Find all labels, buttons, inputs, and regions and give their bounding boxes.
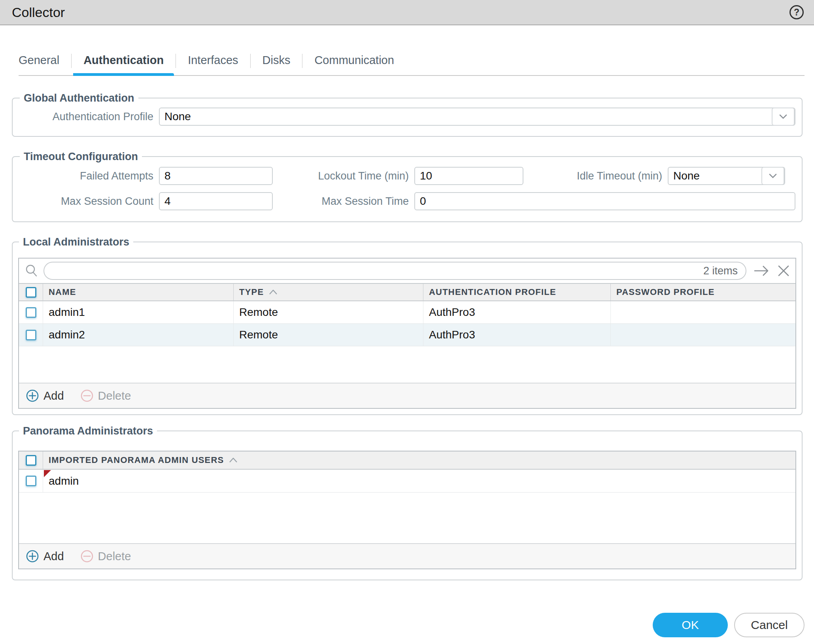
delete-button[interactable]: Delete xyxy=(80,389,131,403)
max-session-count-label: Max Session Count xyxy=(19,195,159,208)
max-session-count-input[interactable] xyxy=(159,192,273,210)
dialog-title: Collector xyxy=(12,5,65,20)
row-checkbox-cell xyxy=(19,301,43,323)
cell-password-profile xyxy=(610,324,795,346)
header-checkbox-cell xyxy=(19,451,43,469)
cell-authentication-profile: AuthPro3 xyxy=(423,324,610,346)
select-all-checkbox[interactable] xyxy=(26,287,36,298)
cell-imported-admin-user-label: admin xyxy=(49,475,79,487)
cell-imported-admin-user: admin xyxy=(43,470,795,492)
local-administrators-section: Local Administrators 2 items NAME TYPE xyxy=(12,236,803,415)
timeout-configuration-legend: Timeout Configuration xyxy=(20,150,142,163)
panorama-administrators-legend: Panorama Administrators xyxy=(19,425,157,437)
add-button[interactable]: Add xyxy=(25,389,64,403)
tab-interfaces[interactable]: Interfaces xyxy=(176,53,250,75)
help-icon[interactable]: ? xyxy=(789,5,804,19)
authentication-profile-select[interactable]: None xyxy=(159,108,795,126)
table-row[interactable]: admin1 Remote AuthPro3 xyxy=(19,301,795,324)
header-checkbox-cell xyxy=(19,284,43,300)
table-header-row: IMPORTED PANORAMA ADMIN USERS xyxy=(19,451,795,470)
apply-filter-arrow-icon[interactable] xyxy=(753,264,770,278)
table-row[interactable]: admin2 Remote AuthPro3 xyxy=(19,324,795,346)
table-empty-area xyxy=(19,493,795,543)
idle-timeout-value: None xyxy=(673,170,700,182)
max-session-time-label: Max Session Time xyxy=(273,195,414,208)
global-authentication-section: Global Authentication Authentication Pro… xyxy=(12,92,803,137)
column-header-type[interactable]: TYPE xyxy=(233,284,423,300)
delete-button[interactable]: Delete xyxy=(80,549,131,563)
column-header-imported-panorama-admin-users-label: IMPORTED PANORAMA ADMIN USERS xyxy=(49,455,224,465)
idle-timeout-label: Idle Timeout (min) xyxy=(523,170,668,182)
column-header-name[interactable]: NAME xyxy=(43,284,233,300)
local-administrators-legend: Local Administrators xyxy=(19,236,133,248)
row-checkbox[interactable] xyxy=(26,307,36,318)
tab-interfaces-label: Interfaces xyxy=(188,54,238,66)
row-checkbox[interactable] xyxy=(26,476,36,486)
authentication-profile-value: None xyxy=(164,110,191,123)
cell-password-profile xyxy=(610,301,795,323)
tab-bar: General Authentication Interfaces Disks … xyxy=(19,53,805,76)
tab-disks-label: Disks xyxy=(263,54,291,66)
modified-indicator xyxy=(44,470,51,477)
lockout-time-input[interactable] xyxy=(414,167,523,185)
table-search-row: 2 items xyxy=(19,259,795,283)
delete-button-label: Delete xyxy=(98,550,131,563)
add-button[interactable]: Add xyxy=(25,549,64,563)
sort-asc-icon xyxy=(268,289,278,296)
clear-filter-x-icon[interactable] xyxy=(776,264,791,278)
cell-authentication-profile: AuthPro3 xyxy=(423,301,610,323)
chevron-down-icon xyxy=(761,167,784,185)
delete-icon xyxy=(80,389,94,403)
tab-communication[interactable]: Communication xyxy=(302,53,406,75)
authentication-profile-label: Authentication Profile xyxy=(19,111,159,123)
tab-general-label: General xyxy=(19,54,59,66)
add-button-label: Add xyxy=(43,550,64,563)
chevron-down-icon xyxy=(772,108,795,126)
lockout-time-label: Lockout Time (min) xyxy=(273,170,414,182)
table-empty-area xyxy=(19,346,795,383)
column-header-password-profile-label: PASSWORD PROFILE xyxy=(616,287,715,297)
max-session-time-input[interactable] xyxy=(414,192,795,210)
delete-button-label: Delete xyxy=(98,389,131,402)
table-footer: Add Delete xyxy=(19,383,795,408)
search-icon xyxy=(24,263,40,279)
tab-authentication[interactable]: Authentication xyxy=(72,53,176,75)
cell-type: Remote xyxy=(233,301,423,323)
idle-timeout-select[interactable]: None xyxy=(668,167,785,185)
timeout-configuration-section: Timeout Configuration Failed Attempts Lo… xyxy=(12,150,803,222)
tab-disks[interactable]: Disks xyxy=(251,53,302,75)
column-header-password-profile[interactable]: PASSWORD PROFILE xyxy=(610,284,795,300)
add-button-label: Add xyxy=(43,389,64,402)
ok-button[interactable]: OK xyxy=(653,613,728,637)
cancel-button[interactable]: Cancel xyxy=(734,613,805,637)
failed-attempts-input[interactable] xyxy=(159,167,273,185)
table-header-row: NAME TYPE AUTHENTICATION PROFILE PASSWOR… xyxy=(19,283,795,301)
table-row[interactable]: admin xyxy=(19,470,795,493)
cell-name: admin2 xyxy=(43,324,233,346)
row-checkbox-cell xyxy=(19,324,43,346)
column-header-authentication-profile[interactable]: AUTHENTICATION PROFILE xyxy=(423,284,610,300)
local-administrators-table: 2 items NAME TYPE AUTHENTICATION PROFILE… xyxy=(18,258,796,409)
cell-name: admin1 xyxy=(43,301,233,323)
tab-general[interactable]: General xyxy=(19,53,71,75)
global-authentication-legend: Global Authentication xyxy=(20,92,138,104)
column-header-imported-panorama-admin-users[interactable]: IMPORTED PANORAMA ADMIN USERS xyxy=(43,451,795,469)
column-header-name-label: NAME xyxy=(49,287,76,297)
row-checkbox[interactable] xyxy=(26,330,36,340)
add-icon xyxy=(25,389,40,403)
column-header-type-label: TYPE xyxy=(239,287,264,297)
dialog-actions: OK Cancel xyxy=(0,613,814,637)
tab-communication-label: Communication xyxy=(314,54,394,66)
search-input[interactable] xyxy=(52,265,703,277)
sort-asc-icon xyxy=(229,457,238,464)
row-checkbox-cell xyxy=(19,470,43,492)
panorama-administrators-table: IMPORTED PANORAMA ADMIN USERS admin Add … xyxy=(18,451,796,569)
tab-authentication-label: Authentication xyxy=(83,54,164,66)
items-count: 2 items xyxy=(703,265,738,277)
add-icon xyxy=(25,549,40,563)
table-footer: Add Delete xyxy=(19,543,795,568)
search-pill: 2 items xyxy=(43,262,746,280)
cell-type: Remote xyxy=(233,324,423,346)
select-all-checkbox[interactable] xyxy=(26,455,36,466)
dialog-titlebar: Collector ? xyxy=(0,0,814,25)
